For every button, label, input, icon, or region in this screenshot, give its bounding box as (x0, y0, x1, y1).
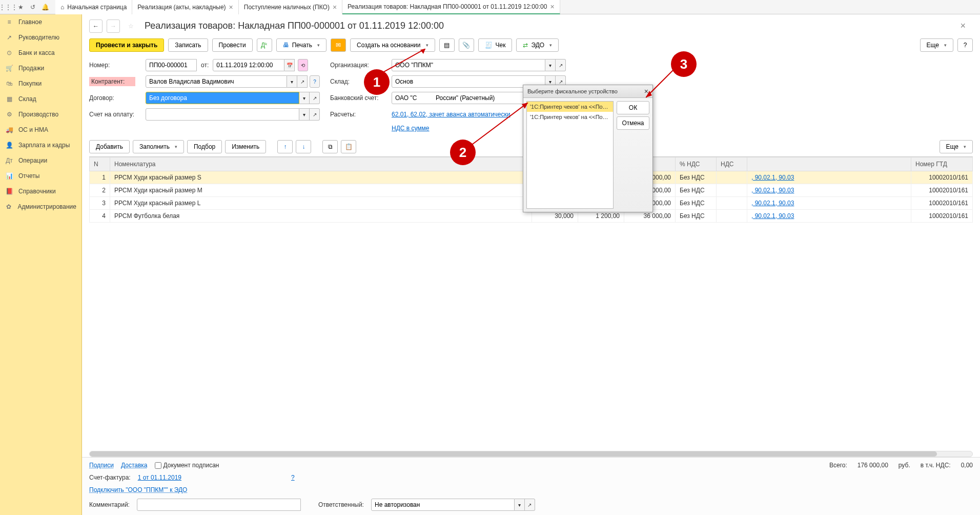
sidebar-item[interactable]: 🚚ОС и НМА (0, 122, 81, 137)
write-button[interactable]: Записать (168, 38, 208, 52)
dt-kt-icon[interactable]: Дᵏ (257, 38, 272, 52)
change-button[interactable]: Изменить (225, 140, 266, 153)
tab[interactable]: Реализация товаров: Накладная ПП00-00000… (342, 0, 560, 14)
edo-connect-link[interactable]: Подключить "ООО "ППКМ"" к ЭДО (89, 486, 187, 493)
cell[interactable]: , 90.02.1, 90.03 (747, 197, 911, 210)
nav-fwd-button[interactable]: → (107, 19, 120, 33)
sidebar-item[interactable]: 🛍Покупки (0, 76, 81, 91)
copy-icon[interactable]: ⧉ (322, 140, 338, 153)
tab-close-icon[interactable]: × (550, 3, 554, 11)
cell[interactable] (717, 210, 747, 223)
org-dd-icon[interactable]: ▾ (545, 59, 556, 71)
podpisi-link[interactable]: Подписи (89, 462, 114, 469)
sidebar-item[interactable]: 🛒Продажи (0, 61, 81, 76)
sf-link[interactable]: 1 от 01.11.2019 (138, 474, 181, 481)
sidebar-item[interactable]: ⊙Банк и касса (0, 45, 81, 61)
cell[interactable]: Без НДС (676, 171, 717, 184)
org-open-icon[interactable]: ↗ (556, 59, 566, 71)
col-header[interactable]: % НДС (676, 157, 717, 171)
edo-button[interactable]: ⇄ЭДО (516, 38, 559, 52)
schet-dd-icon[interactable]: ▾ (299, 108, 310, 121)
tab[interactable]: Поступление наличных (ПКО)× (239, 0, 342, 14)
more-button[interactable]: Еще (920, 38, 953, 52)
col-header[interactable]: НДС (717, 157, 747, 171)
dialog-cancel-button[interactable]: Отмена (617, 116, 649, 130)
cell[interactable]: 10002010/161 (911, 184, 973, 197)
mail-icon[interactable]: ✉ (331, 38, 346, 52)
tab-close-icon[interactable]: × (229, 3, 233, 11)
cell[interactable] (717, 184, 747, 197)
print-button[interactable]: 🖶Печать (276, 38, 326, 52)
history-icon[interactable]: ↺ (27, 1, 39, 13)
cell[interactable]: 10002010/161 (911, 210, 973, 223)
add-row-button[interactable]: Добавить (89, 140, 130, 153)
fill-button[interactable]: Заполнить (133, 140, 184, 153)
dialog-title-bar[interactable]: Выберите фискальное устройство × (523, 85, 652, 98)
device-list[interactable]: '1С:Принтер чеков' на <<Поль...'1С:Принт… (526, 101, 614, 209)
sidebar-item[interactable]: 👤Зарплата и кадры (0, 137, 81, 153)
contr-help-icon[interactable]: ? (310, 75, 320, 88)
doc-signed-checkbox[interactable]: Документ подписан (155, 462, 219, 469)
h-scrollbar[interactable] (89, 451, 973, 457)
cell[interactable]: РРСМ Худи красный размер L (110, 197, 532, 210)
contr-dd-icon[interactable]: ▾ (287, 75, 297, 88)
col-header[interactable]: N (90, 157, 110, 171)
tab[interactable]: ⌂Начальная страница (55, 0, 132, 14)
related-docs-icon[interactable]: ▤ (439, 38, 455, 52)
contr-input[interactable] (146, 75, 287, 88)
check-button[interactable]: 🧾Чек (478, 38, 513, 52)
select-button[interactable]: Подбор (187, 140, 222, 153)
cell[interactable]: РРСМ Футболка белая (110, 210, 532, 223)
close-doc-button[interactable]: × (953, 18, 973, 33)
resp-input[interactable] (371, 499, 515, 511)
sidebar-item[interactable]: 📕Справочники (0, 184, 81, 199)
nds-link[interactable]: НДС в сумме (392, 125, 430, 132)
device-item[interactable]: '1С:Принтер чеков' на <<Поль... (527, 102, 613, 112)
cell[interactable]: РРСМ Худи красный размер S (110, 171, 532, 184)
cell[interactable]: , 90.02.1, 90.03 (747, 210, 911, 223)
post-and-close-button[interactable]: Провести и закрыть (89, 38, 164, 52)
dialog-ok-button[interactable]: ОК (617, 101, 649, 114)
favorite-star-button[interactable]: ☆ (124, 19, 137, 33)
help-button[interactable]: ? (957, 38, 973, 52)
comment-input[interactable] (137, 499, 301, 511)
sidebar-item[interactable]: ≡Главное (0, 14, 81, 30)
cell[interactable] (717, 197, 747, 210)
date-input[interactable] (213, 59, 284, 71)
sidebar-item[interactable]: ▦Склад (0, 91, 81, 107)
resp-dd-icon[interactable]: ▾ (515, 499, 525, 511)
contr-open-icon[interactable]: ↗ (297, 75, 308, 88)
sidebar-item[interactable]: ✿Администрирование (0, 199, 81, 214)
sf-help-icon[interactable]: ? (291, 474, 295, 481)
resp-open-icon[interactable]: ↗ (525, 499, 535, 511)
tab-close-icon[interactable]: × (333, 3, 337, 11)
bell-icon[interactable]: 🔔 (39, 1, 51, 13)
dogovor-input[interactable] (146, 92, 299, 104)
cell[interactable] (717, 171, 747, 184)
sidebar-item[interactable]: ↗Руководителю (0, 30, 81, 45)
attach-icon[interactable]: 📎 (459, 38, 474, 52)
number-input[interactable] (146, 59, 197, 71)
cell[interactable]: Без НДС (676, 210, 717, 223)
nav-back-button[interactable]: ← (89, 19, 103, 33)
star-icon[interactable]: ★ (14, 1, 27, 13)
cell[interactable]: , 90.02.1, 90.03 (747, 184, 911, 197)
dogovor-open-icon[interactable]: ↗ (310, 92, 320, 104)
sidebar-item[interactable]: 📊Отчеты (0, 168, 81, 184)
table-more-button[interactable]: Еще (940, 140, 973, 153)
move-down-icon[interactable]: ↓ (296, 140, 311, 153)
cell[interactable]: 4 (90, 210, 110, 223)
dostavka-link[interactable]: Доставка (121, 462, 148, 469)
cell[interactable]: РРСМ Худи красный размер M (110, 184, 532, 197)
dogovor-dd-icon[interactable]: ▾ (299, 92, 310, 104)
move-up-icon[interactable]: ↑ (277, 140, 293, 153)
col-header[interactable]: Номер ГТД (911, 157, 973, 171)
cell[interactable]: 3 (90, 197, 110, 210)
cell[interactable]: 10002010/161 (911, 171, 973, 184)
calendar-icon[interactable]: 📅 (284, 59, 295, 71)
cell[interactable]: Без НДС (676, 184, 717, 197)
sidebar-item[interactable]: ⚙Производство (0, 107, 81, 122)
device-item[interactable]: '1С:Принтер чеков' на <<Поль... (527, 112, 613, 122)
schet-open-icon[interactable]: ↗ (310, 108, 320, 121)
cell[interactable]: 10002010/161 (911, 197, 973, 210)
